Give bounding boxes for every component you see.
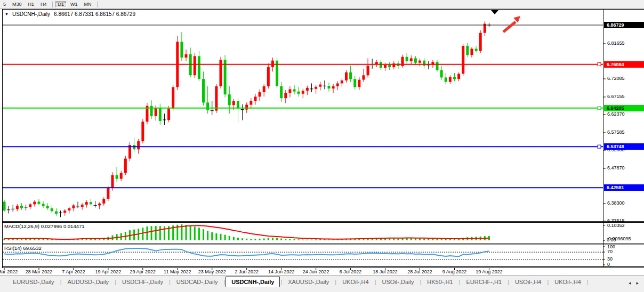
red-up-arrow-icon[interactable] (503, 16, 520, 32)
macd-axis-zero-label: 0.00 (607, 237, 616, 242)
symbol-period-label: USDCNH-,Daily (12, 11, 50, 17)
tab-separator: | (586, 278, 589, 285)
price-tick-label: 6.72085 (607, 76, 625, 81)
date-label: 23 May 2022 (193, 269, 231, 274)
price-tick-label: 6.47870 (607, 165, 625, 171)
horizontal-line-6.53748[interactable] (3, 145, 603, 148)
ohlc-values: 6.86617 6.87331 6.86157 6.86729 (54, 11, 135, 17)
tab-ukoil-h4[interactable]: UKOil-,H4 (549, 278, 586, 287)
date-label: 11 May 2022 (158, 269, 197, 274)
price-badge: 6.64205 (604, 105, 644, 111)
tab-usdchf-daily[interactable]: USDCHF-,Daily (117, 278, 168, 287)
rsi-pane (3, 248, 603, 259)
tab-usoil-h4[interactable]: USOil-,H4 (510, 278, 547, 287)
tab-eurusd-daily[interactable]: EURUSD-,Daily (7, 278, 60, 287)
tab-usoil-daily[interactable]: USOil-,Daily (377, 278, 420, 287)
price-tick-label: 6.38300 (607, 200, 625, 206)
date-label: 9 Aug 2022 (435, 269, 473, 274)
tab-xauusd-daily[interactable]: XAUUSD-,Daily (283, 278, 334, 287)
macd-axis-max-label: 0.10352 (607, 223, 625, 228)
date-label: 2 Jun 2022 (228, 269, 266, 274)
tab-usdcad-daily[interactable]: USDCAD-,Daily (171, 278, 223, 287)
down-triangle-marker-icon[interactable] (491, 10, 498, 14)
tab-ukoil-h4[interactable]: UKOil-,H4 (337, 278, 374, 287)
line-handle[interactable] (598, 63, 601, 66)
date-label: 6 Jul 2022 (332, 269, 370, 274)
date-label: 19 Aug 2022 (470, 269, 508, 274)
price-tick-label: 6.57585 (607, 129, 625, 135)
date-label: 7 Apr 2022 (54, 269, 93, 274)
tab-hk50-h1[interactable]: HK50-,H1 (422, 278, 458, 287)
rsi-axis-label: 0 (607, 262, 610, 267)
date-label: 28 Jul 2022 (401, 269, 439, 274)
line-handle[interactable] (598, 107, 601, 110)
price-badge: 6.42581 (604, 184, 644, 191)
price-badge: 6.86729 (604, 22, 644, 28)
dropdown-triangle-icon: ▼ (5, 12, 9, 16)
rsi-line (4, 248, 489, 256)
date-label: 18 Jul 2022 (366, 269, 405, 274)
chart-canvas[interactable] (0, 0, 644, 292)
date-label: 24 Jun 2022 (297, 269, 335, 274)
price-tick-label: 6.81655 (607, 40, 625, 46)
horizontal-line-6.64205[interactable] (3, 107, 603, 110)
tab-eurchf-h1[interactable]: EURCHF-,H1 (461, 278, 507, 287)
price-tick-label: 6.67155 (607, 94, 625, 99)
tab-scroll-right-icon[interactable]: ▸ (636, 280, 639, 286)
price-tick-label: 6.62370 (607, 111, 625, 117)
tab-audusd-daily[interactable]: AUDUSD-,Daily (62, 278, 114, 287)
tab-scroll-left-icon[interactable]: ◂ (629, 280, 631, 286)
rsi-axis-label: 30 (607, 256, 613, 262)
symbol-tab-bar: EURUSD-,Daily|AUDUSD-,Daily|USDCHF-,Dail… (0, 275, 644, 292)
date-label: 28 Mar 2022 (20, 269, 58, 274)
rsi-indicator-label: RSI(14) 69.6532 (4, 245, 42, 251)
tab-usdcnh-daily[interactable]: USDCNH-,Daily (226, 277, 280, 287)
chart-title: ▼ USDCNH-,Daily 6.86617 6.87331 6.86157 … (5, 11, 135, 17)
date-label: 14 Jun 2022 (262, 269, 301, 274)
price-badge: 6.76084 (604, 61, 644, 68)
date-label: 29 Apr 2022 (124, 269, 162, 274)
price-badge: 6.53748 (604, 143, 644, 150)
line-handle[interactable] (598, 145, 601, 148)
pane-borders (0, 9, 644, 271)
trading-terminal-window: 5M30H1H4D1W1MN ▼ USDCNH-,Daily 6.86617 6… (0, 0, 644, 292)
horizontal-line-6.76084[interactable] (3, 63, 603, 66)
rsi-axis-label: 70 (607, 249, 613, 254)
date-label: 19 Apr 2022 (89, 269, 127, 274)
macd-indicator-label: MACD(12,26,9) 0.027996 0.014471 (4, 223, 85, 229)
